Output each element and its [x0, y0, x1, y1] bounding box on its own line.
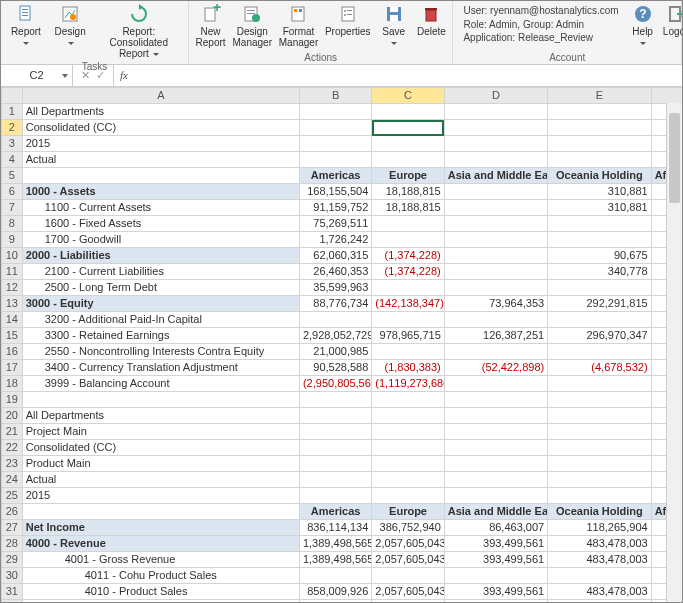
corner-cell[interactable]: [2, 88, 23, 104]
cell-B30[interactable]: [299, 568, 371, 584]
row-21[interactable]: 21Project Main: [2, 424, 683, 440]
format-manager-button[interactable]: FormatManager: [276, 2, 320, 50]
row-30[interactable]: 304011 - Cohu Product Sales: [2, 568, 683, 584]
cell-C18[interactable]: (1,119,273,680): [372, 376, 444, 392]
cell-A20[interactable]: All Departments: [22, 408, 299, 424]
cell-E22[interactable]: [548, 440, 651, 456]
delete-button[interactable]: Delete: [414, 2, 448, 39]
cell-E18[interactable]: [548, 376, 651, 392]
cell-D26[interactable]: Asia and Middle Eas: [444, 504, 547, 520]
row-header-22[interactable]: 22: [2, 440, 23, 456]
report-button[interactable]: Report: [5, 2, 47, 50]
cell-C13[interactable]: (142,138,347): [372, 296, 444, 312]
cell-B28[interactable]: 1,389,498,565: [299, 536, 371, 552]
cell-D32[interactable]: [444, 600, 547, 603]
cell-A30[interactable]: 4011 - Cohu Product Sales: [22, 568, 299, 584]
cell-C6[interactable]: 18,188,815: [372, 184, 444, 200]
row-17[interactable]: 173400 - Currency Translation Adjustment…: [2, 360, 683, 376]
cell-C2[interactable]: [372, 120, 444, 136]
cell-B12[interactable]: 35,599,963: [299, 280, 371, 296]
cell-C11[interactable]: (1,374,228): [372, 264, 444, 280]
cell-C17[interactable]: (1,830,383): [372, 360, 444, 376]
row-1[interactable]: 1All Departments: [2, 104, 683, 120]
cell-E23[interactable]: [548, 456, 651, 472]
cell-D25[interactable]: [444, 488, 547, 504]
row-header-10[interactable]: 10: [2, 248, 23, 264]
cell-E27[interactable]: 118,265,904: [548, 520, 651, 536]
row-14[interactable]: 143200 - Additional Paid-In Capital: [2, 312, 683, 328]
row-2[interactable]: 2Consolidated (CC): [2, 120, 683, 136]
cell-D16[interactable]: [444, 344, 547, 360]
cell-D14[interactable]: [444, 312, 547, 328]
name-box[interactable]: C2: [1, 65, 73, 86]
row-header-7[interactable]: 7: [2, 200, 23, 216]
cell-C1[interactable]: [372, 104, 444, 120]
fx-icon[interactable]: fx: [113, 65, 134, 86]
cell-C31[interactable]: 2,057,605,043: [372, 584, 444, 600]
cell-A19[interactable]: [22, 392, 299, 408]
cell-B18[interactable]: (2,950,805,568): [299, 376, 371, 392]
cell-C9[interactable]: [372, 232, 444, 248]
cell-D11[interactable]: [444, 264, 547, 280]
row-header-28[interactable]: 28: [2, 536, 23, 552]
cell-E11[interactable]: 340,778: [548, 264, 651, 280]
row-15[interactable]: 153300 - Retained Earnings2,928,052,7299…: [2, 328, 683, 344]
cell-A16[interactable]: 2550 - Noncontrolling Interests Contra E…: [22, 344, 299, 360]
cancel-icon[interactable]: ✕: [81, 69, 90, 82]
cell-D9[interactable]: [444, 232, 547, 248]
cell-C26[interactable]: Europe: [372, 504, 444, 520]
col-header-E[interactable]: E: [548, 88, 651, 104]
cell-B1[interactable]: [299, 104, 371, 120]
design-manager-button[interactable]: DesignManager: [230, 2, 274, 50]
row-header-15[interactable]: 15: [2, 328, 23, 344]
row-11[interactable]: 112100 - Current Liabilities26,460,353(1…: [2, 264, 683, 280]
help-button[interactable]: ?Help: [627, 2, 659, 50]
cell-E25[interactable]: [548, 488, 651, 504]
row-header-24[interactable]: 24: [2, 472, 23, 488]
cell-D22[interactable]: [444, 440, 547, 456]
cell-B19[interactable]: [299, 392, 371, 408]
spreadsheet-grid[interactable]: ABCDEF1All Departments2Consolidated (CC)…: [1, 87, 682, 602]
row-header-14[interactable]: 14: [2, 312, 23, 328]
row-header-9[interactable]: 9: [2, 232, 23, 248]
cell-A25[interactable]: 2015: [22, 488, 299, 504]
row-header-2[interactable]: 2: [2, 120, 23, 136]
cell-B31[interactable]: 858,009,926: [299, 584, 371, 600]
cell-D3[interactable]: [444, 136, 547, 152]
cell-C30[interactable]: [372, 568, 444, 584]
row-header-6[interactable]: 6: [2, 184, 23, 200]
cell-D20[interactable]: [444, 408, 547, 424]
cell-C14[interactable]: [372, 312, 444, 328]
row-header-5[interactable]: 5: [2, 168, 23, 184]
cell-C15[interactable]: 978,965,715: [372, 328, 444, 344]
row-18[interactable]: 183999 - Balancing Account(2,950,805,568…: [2, 376, 683, 392]
row-header-16[interactable]: 16: [2, 344, 23, 360]
row-16[interactable]: 162550 - Noncontrolling Interests Contra…: [2, 344, 683, 360]
row-header-21[interactable]: 21: [2, 424, 23, 440]
cell-A13[interactable]: 3000 - Equity: [22, 296, 299, 312]
row-32[interactable]: 324020 - Services Sales362,653,275: [2, 600, 683, 603]
cell-A5[interactable]: [22, 168, 299, 184]
row-header-13[interactable]: 13: [2, 296, 23, 312]
row-header-23[interactable]: 23: [2, 456, 23, 472]
cell-B21[interactable]: [299, 424, 371, 440]
cell-C25[interactable]: [372, 488, 444, 504]
cell-C10[interactable]: (1,374,228): [372, 248, 444, 264]
cell-A12[interactable]: 2500 - Long Term Debt: [22, 280, 299, 296]
cell-E24[interactable]: [548, 472, 651, 488]
col-header-B[interactable]: B: [299, 88, 371, 104]
cell-B24[interactable]: [299, 472, 371, 488]
cell-D19[interactable]: [444, 392, 547, 408]
cell-B14[interactable]: [299, 312, 371, 328]
row-header-27[interactable]: 27: [2, 520, 23, 536]
formula-input[interactable]: [134, 68, 682, 84]
cell-B4[interactable]: [299, 152, 371, 168]
cell-A23[interactable]: Product Main: [22, 456, 299, 472]
row-header-1[interactable]: 1: [2, 104, 23, 120]
cell-C28[interactable]: 2,057,605,043: [372, 536, 444, 552]
col-header-C[interactable]: C: [372, 88, 444, 104]
cell-B20[interactable]: [299, 408, 371, 424]
cell-E14[interactable]: [548, 312, 651, 328]
cell-C32[interactable]: [372, 600, 444, 603]
cell-A15[interactable]: 3300 - Retained Earnings: [22, 328, 299, 344]
